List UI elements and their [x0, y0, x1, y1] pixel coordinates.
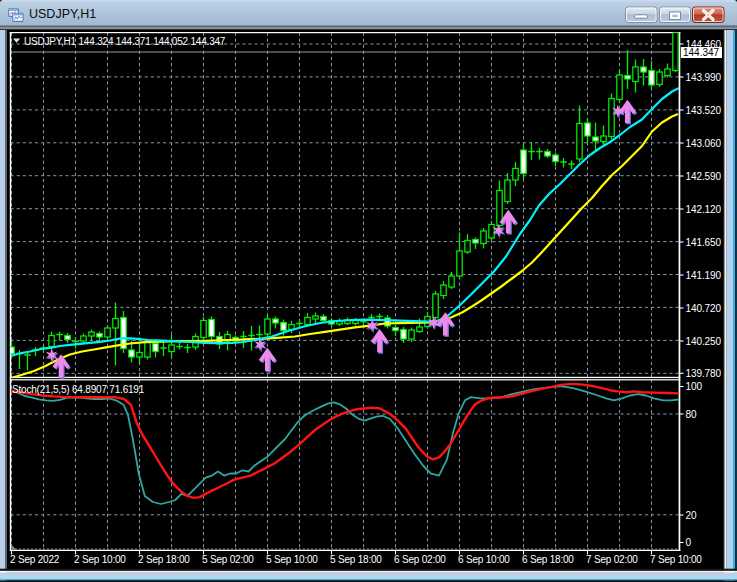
- svg-text:7 Sep 02:00: 7 Sep 02:00: [586, 554, 638, 565]
- svg-text:143.990: 143.990: [686, 72, 722, 83]
- svg-text:2 Sep 2022: 2 Sep 2022: [10, 554, 60, 565]
- svg-text:139.780: 139.780: [686, 368, 722, 379]
- svg-text:142.590: 142.590: [686, 171, 722, 182]
- svg-text:USDJPY,H1: USDJPY,H1: [29, 7, 96, 21]
- svg-text:USDJPY,H1 144.324 144.371 144: USDJPY,H1 144.324 144.371 144.052 144.34…: [24, 36, 226, 47]
- svg-text:141.650: 141.650: [686, 237, 722, 248]
- svg-text:5 Sep 10:00: 5 Sep 10:00: [266, 554, 318, 565]
- svg-text:142.120: 142.120: [686, 204, 722, 215]
- svg-text:2 Sep 10:00: 2 Sep 10:00: [74, 554, 126, 565]
- svg-text:80: 80: [686, 409, 697, 420]
- svg-text:20: 20: [686, 510, 697, 521]
- svg-text:5 Sep 02:00: 5 Sep 02:00: [202, 554, 254, 565]
- svg-text:6 Sep 10:00: 6 Sep 10:00: [458, 554, 510, 565]
- svg-text:143.060: 143.060: [686, 138, 722, 149]
- svg-text:140.720: 140.720: [686, 303, 722, 314]
- svg-text:5 Sep 18:00: 5 Sep 18:00: [330, 554, 382, 565]
- svg-text:141.190: 141.190: [686, 270, 722, 281]
- svg-text:Stoch(21,5,5) 64.8907 71.6191: Stoch(21,5,5) 64.8907 71.6191: [12, 384, 145, 395]
- svg-text:143.520: 143.520: [686, 105, 722, 116]
- svg-text:100: 100: [686, 381, 703, 392]
- svg-text:6 Sep 18:00: 6 Sep 18:00: [522, 554, 574, 565]
- svg-text:0: 0: [686, 537, 692, 548]
- svg-text:2 Sep 18:00: 2 Sep 18:00: [138, 554, 190, 565]
- svg-text:144.347: 144.347: [683, 47, 720, 58]
- svg-text:7 Sep 10:00: 7 Sep 10:00: [650, 554, 702, 565]
- svg-text:6 Sep 02:00: 6 Sep 02:00: [394, 554, 446, 565]
- svg-text:140.250: 140.250: [686, 336, 722, 347]
